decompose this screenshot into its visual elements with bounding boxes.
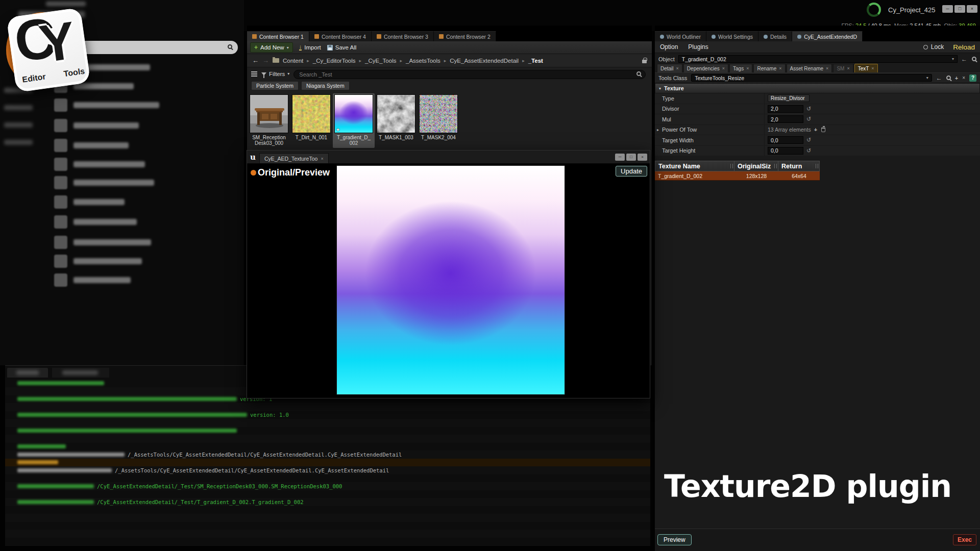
reload-button[interactable]: Reload — [953, 43, 975, 51]
breadcrumb-item[interactable]: CyE_AssetExtendedDetail — [450, 58, 519, 64]
breadcrumb-item[interactable]: _CyE_Tools — [365, 58, 396, 64]
property-input[interactable]: 2,0 — [768, 105, 803, 113]
delete-elements-icon[interactable] — [821, 128, 825, 132]
panel-tab[interactable]: World Settings — [706, 31, 758, 41]
option-menu-item[interactable]: Option — [660, 43, 678, 51]
detail-tab[interactable]: SM × — [833, 64, 853, 72]
sidebar-item[interactable] — [54, 255, 142, 268]
exec-button[interactable]: Exec — [953, 534, 976, 545]
search-icon[interactable] — [946, 76, 951, 80]
asset-item[interactable]: T_Dirt_N_001 — [290, 93, 332, 142]
close-icon[interactable]: × — [871, 66, 874, 71]
panel-tab[interactable]: Content Browser 3 — [372, 31, 434, 41]
sidebar-item[interactable] — [54, 273, 131, 287]
sidebar-item[interactable] — [54, 158, 145, 171]
redacted-text-bar — [17, 381, 104, 385]
filter-chip[interactable]: Niagara System — [301, 81, 350, 90]
close-button[interactable]: × — [638, 154, 647, 161]
breadcrumb-item[interactable]: _Cy_EditorTools — [313, 58, 356, 64]
detail-tab[interactable]: Tags × — [729, 64, 752, 72]
plugins-menu-item[interactable]: Plugins — [688, 43, 708, 51]
detail-tab[interactable]: Asset Rename × — [787, 64, 832, 72]
reset-icon[interactable]: ↺ — [806, 106, 811, 112]
asset-item[interactable]: T_MASK1_003 — [375, 93, 417, 142]
output-log-tab[interactable] — [7, 368, 48, 378]
forward-button[interactable]: → — [262, 57, 269, 64]
property-input[interactable]: 0,0 — [768, 147, 803, 155]
tools-class-dropdown[interactable]: TextureTools_Resize ▾ — [691, 74, 932, 82]
output-log-tab[interactable] — [52, 368, 109, 378]
detail-tab[interactable]: Dependencies × — [683, 64, 728, 72]
table-header-cell[interactable]: Texture Name — [655, 161, 734, 171]
close-icon[interactable]: × — [676, 66, 679, 71]
window-title-bar[interactable]: u CyE_AED_TextureToo × ─ □ × — [247, 151, 650, 164]
panel-tab[interactable]: Content Browser 2 — [434, 31, 496, 41]
panel-tab[interactable]: Details — [758, 31, 792, 41]
texture-section-header[interactable]: ▾ Texture — [655, 83, 980, 93]
reset-icon[interactable]: ↺ — [806, 116, 811, 122]
expander-icon[interactable]: ▸ — [657, 128, 662, 132]
sidebar-item[interactable] — [54, 215, 137, 229]
panel-tab[interactable]: CyE_AssetExtendedD — [792, 31, 863, 41]
reset-icon[interactable]: ↺ — [806, 137, 811, 143]
filters-button[interactable]: Filters ▾ — [261, 71, 289, 77]
sidebar-item[interactable] — [54, 176, 154, 189]
import-button[interactable]: ↓ Import — [299, 44, 321, 51]
detail-tab[interactable]: Rename × — [753, 64, 785, 72]
close-icon[interactable]: × — [962, 75, 965, 81]
close-button[interactable]: × — [967, 5, 977, 13]
breadcrumb-item[interactable]: Content — [283, 58, 303, 64]
close-icon[interactable]: × — [321, 156, 323, 161]
history-back-icon[interactable]: ← — [936, 74, 942, 82]
reset-icon[interactable]: ↺ — [806, 147, 811, 154]
detail-tab[interactable]: TexT × — [854, 64, 878, 72]
asset-item[interactable]: T_MASK2_004 — [418, 93, 459, 142]
breadcrumb-item[interactable]: _AssetsTools — [406, 58, 440, 64]
minimize-button[interactable]: ─ — [615, 154, 625, 161]
property-input[interactable]: 0,0 — [768, 136, 803, 144]
panel-tab[interactable]: Content Browser 4 — [309, 31, 372, 41]
table-row[interactable]: T_gradient_D_002 128x128 64x64 — [655, 171, 820, 181]
table-header-cell[interactable]: Return — [778, 161, 820, 171]
update-button[interactable]: Update — [616, 166, 647, 177]
view-options-icon[interactable] — [251, 71, 257, 77]
panel-tab[interactable]: Content Browser 1 — [247, 31, 309, 41]
asset-item[interactable]: ★ T_gradient_D_ 002 — [333, 93, 375, 148]
back-button[interactable]: ← — [252, 57, 259, 64]
sidebar-item[interactable] — [54, 139, 129, 152]
object-label: Object — [658, 56, 675, 62]
object-dropdown[interactable]: T_gradient_D_002 ▾ — [678, 55, 958, 63]
minimize-button[interactable]: ─ — [942, 5, 953, 13]
sidebar-item[interactable] — [54, 119, 139, 132]
maximize-button[interactable]: □ — [626, 154, 636, 161]
sidebar-item[interactable] — [54, 236, 151, 249]
table-header-cell[interactable]: OriginalSiz — [734, 161, 778, 171]
close-icon[interactable]: × — [779, 66, 781, 71]
asset-item[interactable]: SM_Reception Desk03_000 — [248, 93, 290, 148]
property-dropdown[interactable]: Resize_Divisor — [768, 94, 810, 102]
detail-tab[interactable]: Detail × — [657, 64, 682, 72]
sidebar-item[interactable] — [54, 195, 125, 209]
save-all-button[interactable]: Save All — [327, 44, 357, 51]
help-button[interactable]: ? — [969, 74, 976, 82]
panel-tab[interactable]: World Outliner — [655, 31, 706, 41]
close-icon[interactable]: × — [722, 66, 725, 71]
breadcrumb-item[interactable]: _Test — [528, 58, 543, 64]
search-input[interactable] — [293, 70, 646, 79]
add-element-icon[interactable]: + — [814, 127, 817, 133]
add-icon[interactable]: + — [955, 75, 958, 81]
lock-toggle[interactable]: Lock — [931, 43, 944, 51]
close-icon[interactable]: × — [746, 66, 749, 71]
add-new-button[interactable]: + Add New ▾ — [250, 42, 293, 53]
lock-icon[interactable] — [642, 60, 647, 63]
history-back-icon[interactable]: ← — [961, 56, 967, 63]
sidebar-item[interactable] — [54, 98, 159, 112]
filter-chip[interactable]: Particle System — [251, 81, 299, 90]
preview-button[interactable]: Preview — [657, 534, 692, 545]
window-tab[interactable]: CyE_AED_TextureToo × — [259, 153, 329, 163]
close-icon[interactable]: × — [826, 66, 828, 71]
maximize-button[interactable]: □ — [954, 5, 965, 13]
close-icon[interactable]: × — [847, 66, 849, 71]
search-icon[interactable] — [972, 57, 976, 61]
property-input[interactable]: 2,0 — [768, 115, 803, 123]
